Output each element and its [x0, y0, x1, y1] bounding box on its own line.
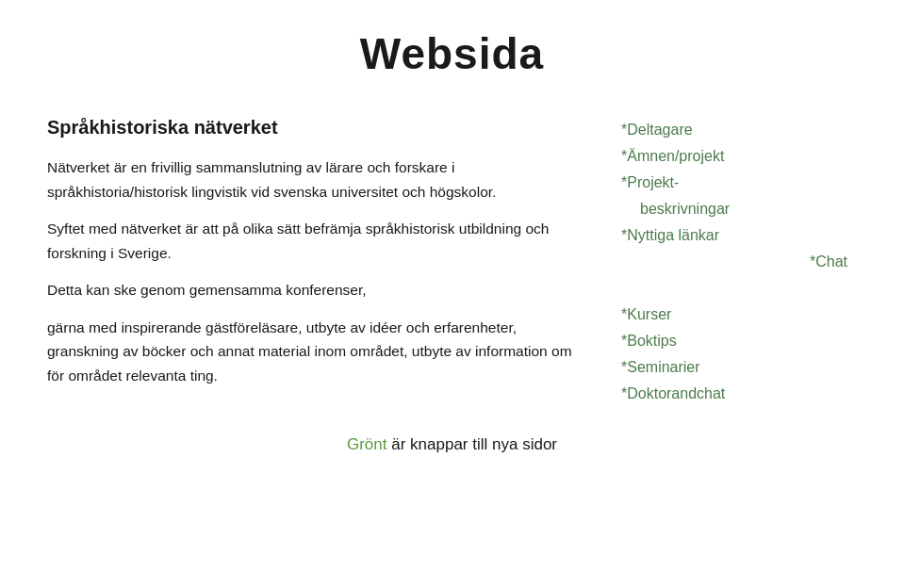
content-layout: Språkhistoriska nätverket Nätverket är e… — [47, 117, 857, 407]
paragraph2: Syftet med nätverket är att på olika sät… — [47, 217, 583, 265]
paragraph3: Detta kan ske genom gemensamma konferens… — [47, 278, 583, 302]
footer-green-text: Grönt — [347, 435, 387, 453]
footer-rest-text: är knappar till nya sidor — [387, 435, 557, 453]
footer: Grönt är knappar till nya sidor — [47, 435, 857, 454]
nav-link-doktorandchat[interactable]: *Doktorandchat — [621, 381, 857, 407]
network-title: Språkhistoriska nätverket — [47, 117, 583, 139]
nav-top-section: *Deltagare *Ämnen/projekt *Projekt- besk… — [621, 117, 857, 275]
nav-link-boktips[interactable]: *Boktips — [621, 328, 857, 354]
nav-bottom-section: *Kurser *Boktips *Seminarier *Doktorandc… — [621, 302, 857, 407]
page-title: Websida — [47, 28, 857, 79]
nav-link-beskrivningar[interactable]: beskrivningar — [621, 196, 857, 222]
nav-link-kurser[interactable]: *Kurser — [621, 302, 857, 328]
left-column: Språkhistoriska nätverket Nätverket är e… — [47, 117, 593, 407]
nav-link-chat[interactable]: *Chat — [621, 249, 857, 275]
nav-link-deltagare[interactable]: *Deltagare — [621, 117, 857, 143]
nav-link-projekt[interactable]: *Projekt- — [621, 170, 857, 196]
nav-link-seminarier[interactable]: *Seminarier — [621, 354, 857, 381]
paragraph4: gärna med inspirerande gästföreläsare, u… — [47, 316, 583, 388]
right-column: *Deltagare *Ämnen/projekt *Projekt- besk… — [612, 117, 857, 407]
nav-link-amnen[interactable]: *Ämnen/projekt — [621, 143, 857, 170]
paragraph1: Nätverket är en frivillig sammanslutning… — [47, 155, 583, 204]
nav-link-nyttiga[interactable]: *Nyttiga länkar — [621, 222, 857, 249]
